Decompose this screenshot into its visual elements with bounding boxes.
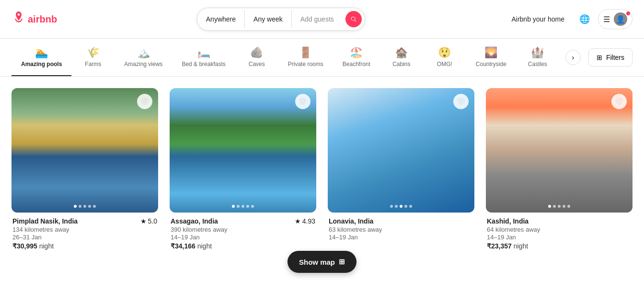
listing-price: ₹23,357 night bbox=[487, 242, 632, 250]
filters-label: Filters bbox=[606, 54, 624, 61]
notification-dot bbox=[626, 11, 630, 15]
listing-info: Lonavia, India 63 kilometres away 14–19 … bbox=[328, 217, 474, 241]
dot-4 bbox=[409, 205, 412, 208]
category-icon-bed-breakfasts: 🛏️ bbox=[197, 46, 210, 59]
location-search[interactable]: Anywhere bbox=[197, 11, 245, 28]
category-label-farms: Farms bbox=[85, 61, 101, 67]
star-icon: ★ bbox=[295, 217, 301, 225]
category-item-countryside[interactable]: 🌄 Countryside bbox=[466, 39, 516, 76]
listing-dates: 14–19 Jan bbox=[171, 234, 315, 241]
category-icon-amazing-pools: 🏊 bbox=[35, 46, 48, 59]
category-label-countryside: Countryside bbox=[476, 61, 506, 67]
listing-info: Assagao, India ★ 4.93 390 kilometres awa… bbox=[170, 217, 316, 250]
listing-image bbox=[12, 88, 158, 213]
listing-dates: 14–19 Jan bbox=[329, 234, 473, 241]
dot-3 bbox=[88, 205, 91, 208]
dot-2 bbox=[242, 205, 244, 208]
category-label-amazing-pools: Amazing pools bbox=[21, 61, 62, 67]
show-map-wrap: Show map ⊞ bbox=[288, 251, 356, 261]
listing-card-2[interactable]: ♡ Assagao, India ★ 4.93 390 kilometres a… bbox=[170, 88, 316, 250]
listing-top: Pimplad Nasik, India ★ 5.0 bbox=[12, 217, 157, 225]
listing-distance: 64 kilometres away bbox=[487, 226, 632, 233]
category-item-caves[interactable]: 🪨 Caves bbox=[235, 39, 278, 76]
listing-image bbox=[328, 88, 474, 213]
listing-info: Kashid, India 64 kilometres away 14–19 J… bbox=[486, 217, 632, 250]
show-map-label: Show map bbox=[299, 258, 335, 262]
dot-2 bbox=[558, 205, 561, 208]
globe-icon: 🌐 bbox=[579, 14, 590, 24]
host-link[interactable]: Airbnb your home bbox=[505, 11, 571, 28]
rating-value: 4.93 bbox=[302, 217, 315, 225]
listing-image bbox=[170, 88, 316, 213]
globe-button[interactable]: 🌐 bbox=[575, 10, 594, 29]
dot-3 bbox=[563, 205, 565, 208]
category-icon-caves: 🪨 bbox=[250, 46, 263, 59]
wishlist-button[interactable]: ♡ bbox=[453, 94, 469, 109]
categories-next-button[interactable]: › bbox=[565, 50, 581, 65]
listing-location: Assagao, India bbox=[171, 217, 218, 225]
listing-card-3[interactable]: ♡ Lonavia, India 63 kilometres away 14–1… bbox=[328, 88, 474, 250]
filters-button[interactable]: ⊞ Filters bbox=[588, 48, 632, 67]
wishlist-button[interactable]: ♡ bbox=[137, 94, 152, 109]
category-label-caves: Caves bbox=[249, 61, 265, 67]
show-map-button[interactable]: Show map ⊞ bbox=[288, 251, 356, 261]
hamburger-icon: ☰ bbox=[603, 15, 610, 24]
listing-location: Pimplad Nasik, India bbox=[12, 217, 78, 225]
listings-grid: ♡ Pimplad Nasik, India ★ 5.0 134 kilomet… bbox=[0, 77, 644, 261]
category-label-bed-breakfasts: Bed & breakfasts bbox=[182, 61, 225, 67]
category-label-cabins: Cabins bbox=[392, 61, 410, 67]
category-item-amazing-pools[interactable]: 🏊 Amazing pools bbox=[12, 39, 71, 76]
category-nav: 🏊 Amazing pools 🌾 Farms 🏔️ Amazing views… bbox=[0, 39, 644, 77]
listing-top: Lonavia, India bbox=[329, 217, 473, 225]
category-item-cabins[interactable]: 🏚️ Cabins bbox=[380, 39, 423, 76]
dot-2 bbox=[400, 205, 402, 208]
image-dots bbox=[390, 205, 412, 208]
header: airbnb Anywhere Any week Add guests Airb… bbox=[0, 0, 644, 39]
listing-distance: 390 kilometres away bbox=[171, 226, 315, 233]
category-item-farms[interactable]: 🌾 Farms bbox=[71, 39, 115, 76]
category-icon-castles: 🏰 bbox=[531, 46, 544, 59]
listing-top: Assagao, India ★ 4.93 bbox=[171, 217, 315, 225]
rating-value: 5.0 bbox=[148, 217, 157, 225]
search-bar[interactable]: Anywhere Any week Add guests bbox=[197, 8, 365, 31]
guests-search[interactable]: Add guests bbox=[292, 11, 343, 28]
listing-image-wrap: ♡ bbox=[328, 88, 474, 213]
dates-search[interactable]: Any week bbox=[245, 11, 292, 28]
listing-image-wrap: ♡ bbox=[12, 88, 158, 213]
listing-price: ₹30,995 night bbox=[12, 242, 157, 250]
category-item-beachfront[interactable]: 🏖️ Beachfront bbox=[333, 39, 380, 76]
price-suffix: night bbox=[39, 242, 54, 250]
wishlist-button[interactable]: ♡ bbox=[295, 94, 310, 109]
image-dots bbox=[232, 205, 254, 208]
category-item-bed-breakfasts[interactable]: 🛏️ Bed & breakfasts bbox=[172, 39, 235, 76]
user-menu-button[interactable]: ☰ 👤 bbox=[598, 9, 632, 29]
star-icon: ★ bbox=[140, 217, 147, 225]
logo-text: airbnb bbox=[28, 14, 57, 25]
logo[interactable]: airbnb bbox=[12, 11, 57, 28]
listing-rating: ★ 4.93 bbox=[295, 217, 315, 225]
category-icon-private-rooms: 🚪 bbox=[299, 46, 312, 59]
category-item-private-rooms[interactable]: 🚪 Private rooms bbox=[278, 39, 333, 76]
listing-card-1[interactable]: ♡ Pimplad Nasik, India ★ 5.0 134 kilomet… bbox=[12, 88, 158, 250]
category-icon-countryside: 🌄 bbox=[484, 46, 497, 59]
listing-dates: 14–19 Jan bbox=[487, 234, 632, 241]
map-icon: ⊞ bbox=[339, 258, 345, 261]
category-item-omg[interactable]: 😲 OMG! bbox=[423, 39, 466, 76]
price-suffix: night bbox=[197, 242, 212, 250]
listing-card-4[interactable]: ♡ Kashid, India 64 kilometres away 14–19… bbox=[486, 88, 632, 250]
dot-4 bbox=[251, 205, 254, 208]
search-button[interactable] bbox=[345, 11, 362, 27]
listing-info: Pimplad Nasik, India ★ 5.0 134 kilometre… bbox=[12, 217, 158, 250]
listing-image-wrap: ♡ bbox=[486, 88, 632, 213]
filters-icon: ⊞ bbox=[597, 54, 602, 61]
category-item-castles[interactable]: 🏰 Castles bbox=[516, 39, 559, 76]
category-item-amazing-views[interactable]: 🏔️ Amazing views bbox=[115, 39, 172, 76]
category-label-beachfront: Beachfront bbox=[343, 61, 370, 67]
wishlist-button[interactable]: ♡ bbox=[611, 94, 627, 109]
listing-location: Kashid, India bbox=[487, 217, 529, 225]
dot-1 bbox=[553, 205, 556, 208]
listing-rating: ★ 5.0 bbox=[140, 217, 157, 225]
category-label-castles: Castles bbox=[528, 61, 547, 67]
listing-distance: 63 kilometres away bbox=[329, 226, 473, 233]
listing-dates: 26–31 Jan bbox=[12, 234, 157, 241]
